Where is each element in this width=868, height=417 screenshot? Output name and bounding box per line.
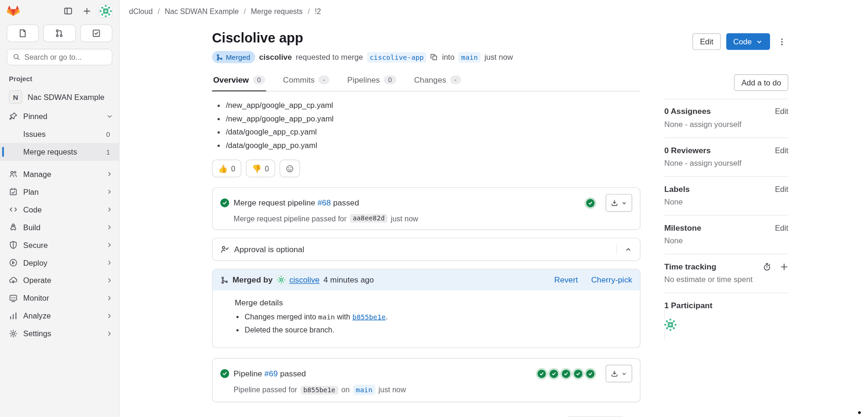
pipeline-link[interactable]: #69	[264, 369, 278, 378]
sidebar-item-label: Manage	[23, 170, 100, 178]
code-icon	[9, 205, 18, 214]
approval-widget: Approval is optional	[212, 238, 641, 261]
merge-detail-item: Deleted the source branch.	[245, 325, 631, 335]
cloud-gear-icon	[9, 276, 18, 285]
pipeline-stage-icon[interactable]	[586, 198, 595, 207]
todo-shortcut-button[interactable]	[80, 24, 112, 42]
edit-button[interactable]: Edit	[693, 33, 720, 50]
shield-icon	[9, 240, 18, 249]
copy-branch-icon[interactable]	[431, 53, 438, 61]
tab-commits[interactable]: Commits-	[282, 69, 331, 91]
merged-by-user-link[interactable]: ciscolive	[289, 276, 319, 284]
gitlab-logo[interactable]	[7, 4, 20, 17]
branch-ref[interactable]: main	[353, 385, 375, 396]
sidebar-item-label: Build	[23, 223, 100, 232]
pipeline-stage-icon[interactable]	[550, 369, 558, 378]
merge-time: just now	[485, 53, 513, 62]
create-new-icon[interactable]	[80, 4, 93, 17]
sidebar-item-pinned[interactable]: Pinned	[0, 107, 119, 125]
edit-labels-button[interactable]: Edit	[775, 184, 788, 193]
merge-requests-shortcut-button[interactable]	[43, 24, 76, 42]
user-check-icon	[220, 245, 229, 254]
download-artifacts-button[interactable]	[605, 365, 632, 382]
chevron-right-icon	[106, 188, 114, 196]
thumbs-up-button[interactable]: 👍 0	[212, 160, 242, 177]
stopwatch-icon[interactable]	[763, 262, 771, 271]
source-branch-ref[interactable]: ciscolive-app	[367, 52, 426, 63]
merge-details-title: Merge details	[235, 298, 631, 307]
merge-commit-link[interactable]: b855be1e	[352, 312, 385, 321]
tab-changes[interactable]: Changes-	[413, 69, 462, 91]
search-input[interactable]: Search or go to...	[7, 49, 112, 65]
sidebar-item-settings[interactable]: Settings	[0, 325, 119, 342]
assignees-section: 0 Assignees Edit None - assign yourself	[664, 99, 788, 138]
sidebar-item-monitor[interactable]: Monitor	[0, 290, 119, 307]
merge-requests-count: 1	[106, 148, 114, 156]
reviewers-value[interactable]: None - assign yourself	[664, 158, 788, 167]
mr-sidebar: Add a to do 0 Assignees Edit None - assi…	[664, 69, 788, 417]
sidebar-item-analyze[interactable]: Analyze	[0, 307, 119, 325]
add-time-icon[interactable]	[780, 262, 788, 271]
add-todo-button[interactable]: Add a to do	[734, 74, 788, 91]
sidebar-item-deploy[interactable]: Deploy	[0, 254, 119, 272]
sidebar-item-manage[interactable]: Manage	[0, 165, 119, 183]
edit-reviewers-button[interactable]: Edit	[775, 146, 788, 155]
sidebar-item-label: Pinned	[23, 112, 100, 121]
thumbs-down-button[interactable]: 👎 0	[246, 160, 275, 177]
sidebar-item-build[interactable]: Build	[0, 219, 119, 236]
edit-assignees-button[interactable]: Edit	[775, 107, 788, 116]
pipeline-link[interactable]: #68	[318, 198, 331, 207]
add-reaction-button[interactable]	[279, 160, 300, 177]
file-path: /new_app/google_app_cp.yaml	[226, 100, 640, 111]
file-path: /data/google_app_cp.yaml	[226, 127, 640, 138]
sidebar-item-operate[interactable]: Operate	[0, 272, 119, 290]
mr-author[interactable]: ciscolive	[259, 53, 292, 62]
download-artifacts-button[interactable]	[605, 194, 632, 212]
sidebar-item-label: Merge requests	[23, 148, 101, 156]
cherry-pick-button[interactable]: Cherry-pick	[591, 276, 632, 284]
sidebar-item-issues[interactable]: Issues 0	[0, 125, 119, 143]
breadcrumb-merge-requests[interactable]: Merge requests	[239, 7, 303, 15]
sidebar-item-merge-requests[interactable]: Merge requests 1	[0, 143, 119, 161]
revert-button[interactable]: Revert	[554, 276, 578, 284]
participant-avatar[interactable]	[664, 309, 788, 340]
pipeline-stage-icon[interactable]	[562, 369, 570, 378]
code-button[interactable]: Code	[726, 33, 770, 50]
sidebar-item-label: Deploy	[23, 258, 100, 267]
deploy-icon	[9, 258, 18, 267]
pipeline-stage-icon[interactable]	[574, 369, 583, 378]
sidebar-item-secure[interactable]: Secure	[0, 236, 119, 254]
assignees-value[interactable]: None - assign yourself	[664, 120, 788, 128]
pipeline-stage-icon[interactable]	[537, 369, 546, 378]
avatar[interactable]	[277, 276, 285, 284]
download-icon	[611, 370, 618, 378]
commit-sha[interactable]: aa8ee82d	[350, 214, 387, 223]
participants-title: 1 Participant	[664, 301, 788, 310]
edit-milestone-button[interactable]: Edit	[775, 223, 788, 232]
request-text: requested to merge	[296, 53, 363, 62]
sidebar-section-label: Project	[9, 75, 110, 83]
sidebar-item-plan[interactable]: Plan	[0, 183, 119, 201]
sidebar-item-label: Monitor	[23, 294, 100, 303]
tab-overview[interactable]: Overview0	[212, 69, 267, 91]
more-options-icon[interactable]	[776, 37, 788, 46]
collapse-approval-icon[interactable]	[616, 244, 640, 254]
user-avatar[interactable]	[99, 4, 112, 17]
tab-pipelines[interactable]: Pipelines0	[346, 69, 397, 91]
sidebar-item-project[interactable]: N Nac SDWAN Example	[0, 86, 119, 107]
project-name: Nac SDWAN Example	[28, 92, 113, 101]
left-sidebar: Search or go to... Project N Nac SDWAN E…	[0, 0, 119, 417]
commit-sha[interactable]: b855be1e	[300, 385, 338, 394]
approval-text: Approval is optional	[234, 245, 611, 254]
pipeline-stage-icon[interactable]	[586, 369, 595, 378]
merge-icon	[220, 276, 229, 284]
breadcrumb-project[interactable]: Nac SDWAN Example	[153, 7, 239, 15]
target-branch-ref[interactable]: main	[458, 52, 481, 63]
target-branch-name: main	[318, 312, 335, 321]
sidebar-item-code[interactable]: Code	[0, 201, 119, 219]
sidebar-toggle-icon[interactable]	[62, 4, 75, 17]
smiley-icon	[285, 164, 294, 173]
issues-shortcut-button[interactable]	[7, 24, 39, 42]
breadcrumb-group[interactable]: dCloud	[129, 7, 153, 15]
file-path: /new_app/google_app_po.yaml	[226, 113, 640, 124]
